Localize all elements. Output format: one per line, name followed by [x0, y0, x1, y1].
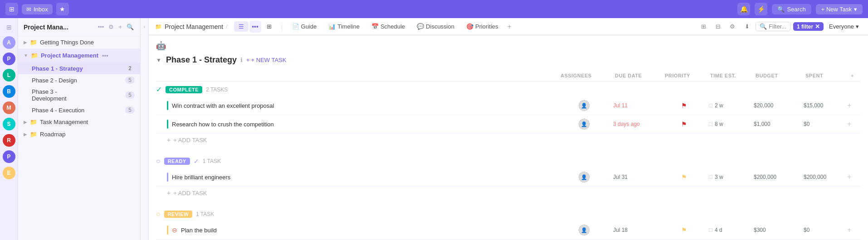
- complete-check-icon[interactable]: ✓: [156, 85, 162, 94]
- tab-guide[interactable]: 📄 Guide: [288, 21, 322, 32]
- time-checkbox-1: ☐: [708, 103, 713, 109]
- tab-schedule[interactable]: 📅 Schedule: [367, 21, 410, 32]
- main-layout: ⊞ A P L B M S R P E Project Mana... ••• …: [0, 18, 868, 240]
- inbox-icon: ✉: [26, 6, 31, 13]
- time-est-cell-1: ☐ 2 w: [707, 102, 752, 109]
- star-button[interactable]: ★: [56, 3, 69, 15]
- sidebar-item-task-management[interactable]: ▶ 📁 Task Management: [18, 116, 140, 128]
- filter-count: 1 filter: [797, 24, 813, 30]
- phase-info-icon[interactable]: ℹ: [240, 57, 243, 63]
- tab-columns[interactable]: ⊞: [262, 21, 276, 32]
- add-task-complete[interactable]: + + ADD TASK: [156, 134, 861, 146]
- th-task: [156, 73, 557, 78]
- assignee-avatar-1: 👤: [579, 100, 590, 111]
- sidebar-item-phase2[interactable]: Phase 2 - Design 5: [18, 74, 140, 86]
- add-task-ready[interactable]: + + ADD TASK: [156, 187, 861, 199]
- th-add[interactable]: +: [847, 73, 861, 78]
- folder-icon-gtd: 📁: [30, 39, 37, 46]
- export-icon[interactable]: ⬇: [741, 21, 753, 33]
- assignee-cell-4[interactable]: 👤: [557, 225, 611, 235]
- tab-timeline[interactable]: 📊 Timeline: [324, 21, 364, 32]
- breadcrumb-folder-icon: 📁: [155, 24, 162, 30]
- sidebar-item-project-management[interactable]: ▼ 📁 Project Management •••: [18, 48, 140, 62]
- avatar-s[interactable]: S: [3, 118, 15, 130]
- top-nav-right: 🔔 ⚡ 🔍 Search + New Task ▾: [737, 3, 863, 15]
- new-task-button[interactable]: + New Task ▾: [816, 4, 863, 14]
- sidebar-item-phase3[interactable]: Phase 3 -Development 5: [18, 86, 140, 104]
- tab-discussion[interactable]: 💬 Discussion: [412, 21, 459, 32]
- task-name-2[interactable]: Research how to crush the competition: [172, 121, 274, 128]
- avatar-a[interactable]: A: [3, 36, 15, 49]
- everyone-button[interactable]: Everyone ▾: [826, 22, 862, 31]
- task-color-bar-2: [167, 120, 168, 129]
- content-area: 🤖 ▼ Phase 1 - Strategy ℹ + + NEW TASK AS…: [149, 35, 868, 240]
- row-action-4[interactable]: +: [847, 226, 861, 234]
- notification-button[interactable]: 🔔: [737, 3, 750, 15]
- complete-badge[interactable]: COMPLETE: [166, 86, 202, 93]
- nav-divider: [282, 22, 282, 31]
- phase-new-task-link[interactable]: + + NEW TASK: [246, 57, 287, 63]
- sidebar-item-phase1[interactable]: Phase 1 - Strategy 2: [18, 62, 140, 74]
- review-check-icon[interactable]: ○: [156, 210, 161, 218]
- new-task-label: + NEW TASK: [251, 57, 287, 63]
- avatar-l[interactable]: L: [3, 69, 15, 82]
- columns-toggle-icon[interactable]: ⊟: [712, 21, 724, 33]
- filter-placeholder: Filter...: [769, 23, 786, 30]
- filter-input[interactable]: 🔍 Filter...: [756, 22, 790, 31]
- nav-grid-icon[interactable]: ⊞: [5, 22, 14, 33]
- sidebar-item-roadmap[interactable]: ▶ 📁 Roadmap: [18, 128, 140, 140]
- phase-collapse-arrow[interactable]: ▼: [156, 57, 161, 63]
- sidebar-more-icon[interactable]: •••: [97, 23, 105, 31]
- task-name-4[interactable]: Plan the build: [181, 227, 217, 234]
- settings-icon[interactable]: ⚙: [727, 21, 738, 33]
- secondary-nav: 📁 Project Management / ☰ ••• ⊞ 📄 Guide �: [149, 18, 868, 35]
- project-management-more[interactable]: •••: [101, 51, 109, 60]
- review-count: 1 TASK: [196, 211, 214, 217]
- tab-priorities[interactable]: 🎯 Priorities: [462, 21, 503, 32]
- lightning-button[interactable]: ⚡: [755, 3, 767, 15]
- breadcrumb: Project Management: [165, 23, 223, 30]
- row-action-3[interactable]: +: [847, 173, 861, 181]
- priority-flag-4: ⚑: [681, 226, 687, 234]
- ready-badge[interactable]: READY: [164, 158, 190, 165]
- sidebar-add-icon[interactable]: +: [117, 23, 123, 31]
- avatar-b[interactable]: B: [3, 85, 15, 98]
- assignee-cell-1[interactable]: 👤: [557, 100, 611, 111]
- task-name-3[interactable]: Hire brilliant engineers: [172, 174, 230, 181]
- columns-icon: ⊞: [267, 23, 272, 30]
- review-badge[interactable]: REVIEW: [164, 211, 192, 218]
- tab-more-button[interactable]: •••: [249, 21, 261, 33]
- avatar-m[interactable]: M: [3, 101, 15, 114]
- new-task-label: + New Task: [821, 6, 852, 13]
- tab-list[interactable]: ☰: [234, 21, 249, 32]
- ready-check-icon[interactable]: ○: [156, 157, 161, 165]
- avatar-p[interactable]: P: [3, 53, 15, 65]
- search-button[interactable]: 🔍 Search: [772, 4, 811, 14]
- sidebar-search-icon[interactable]: 🔍: [126, 23, 135, 31]
- sidebar-collapse-handle[interactable]: ‹: [141, 18, 149, 240]
- sidebar-item-getting-things-done[interactable]: ▶ 📁 Getting Things Done: [18, 36, 140, 48]
- roadmap-arrow: ▶: [24, 132, 27, 137]
- sidebar-title: Project Mana...: [24, 24, 94, 31]
- add-view-button[interactable]: +: [506, 22, 513, 32]
- row-action-2[interactable]: +: [847, 120, 861, 128]
- avatar-e[interactable]: E: [3, 167, 15, 179]
- tab-guide-label: Guide: [301, 23, 317, 30]
- assignee-cell-2[interactable]: 👤: [557, 119, 611, 130]
- sidebar-gear-icon[interactable]: ⚙: [107, 23, 115, 31]
- filter-close-icon[interactable]: ✕: [815, 23, 820, 30]
- filter-search-icon: 🔍: [760, 23, 767, 30]
- inbox-button[interactable]: ✉ Inbox: [22, 4, 53, 14]
- sidebar-item-phase4[interactable]: Phase 4 - Execution 5: [18, 104, 140, 116]
- assignee-cell-3[interactable]: 👤: [557, 172, 611, 182]
- row-action-1[interactable]: +: [847, 101, 861, 110]
- avatar-p2[interactable]: P: [3, 150, 15, 163]
- task-name-1[interactable]: Win contract with an excellent proposal: [172, 102, 274, 109]
- ready-count: 1 TASK: [203, 158, 221, 164]
- search-label: Search: [787, 6, 805, 13]
- filter-badge[interactable]: 1 filter ✕: [793, 22, 824, 31]
- view-toggle-icon[interactable]: ⊞: [697, 21, 709, 33]
- avatar-r[interactable]: R: [3, 134, 15, 147]
- phase-title: Phase 1 - Strategy: [166, 55, 237, 65]
- grid-button[interactable]: ⊞: [5, 3, 18, 15]
